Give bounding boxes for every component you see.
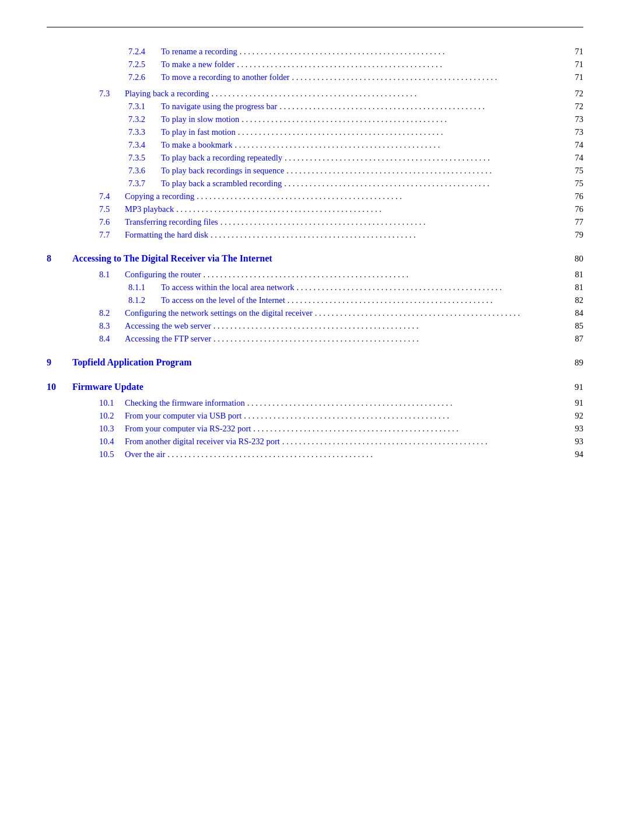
toc-page: 87 <box>566 334 583 344</box>
toc-dots: . . . . . . . . . . . . . . . . . . . . … <box>237 60 566 69</box>
toc-container: 7.2.4To rename a recording . . . . . . .… <box>47 45 583 461</box>
toc-label: Copying a recording <box>125 191 194 201</box>
toc-row: 8.3Accessing the web server . . . . . . … <box>47 319 583 332</box>
toc-num: 8.1.2 <box>128 295 161 305</box>
toc-page: 76 <box>566 191 583 201</box>
toc-dots: . . . . . . . . . . . . . . . . . . . . … <box>235 140 566 150</box>
toc-label: To play back a scrambled recording <box>161 179 282 189</box>
toc-label: To navigate using the progress bar <box>161 102 277 111</box>
toc-page: 92 <box>566 411 583 421</box>
section-page: 80 <box>566 254 583 264</box>
toc-num: 7.3.4 <box>128 140 161 150</box>
toc-num: 10.5 <box>99 449 125 459</box>
toc-num: 8.4 <box>99 334 125 344</box>
toc-num: 7.3 <box>99 89 125 99</box>
toc-label: Configuring the network settings on the … <box>125 308 313 318</box>
toc-page: 76 <box>566 204 583 214</box>
toc-page: 74 <box>566 153 583 163</box>
toc-page: 81 <box>566 270 583 280</box>
toc-dots: . . . . . . . . . . . . . . . . . . . . … <box>292 72 566 82</box>
toc-dots: . . . . . . . . . . . . . . . . . . . . … <box>242 114 566 124</box>
section-page: 89 <box>566 358 583 368</box>
toc-dots: . . . . . . . . . . . . . . . . . . . . … <box>279 102 566 111</box>
toc-row: 8.1Configuring the router . . . . . . . … <box>47 268 583 281</box>
toc-num: 7.3.3 <box>128 127 161 137</box>
toc-num: 7.3.2 <box>128 114 161 124</box>
toc-dots: . . . . . . . . . . . . . . . . . . . . … <box>212 89 566 99</box>
toc-row: 10.5Over the air . . . . . . . . . . . .… <box>47 448 583 461</box>
toc-dots: . . . . . . . . . . . . . . . . . . . . … <box>296 283 566 292</box>
toc-page: 73 <box>566 127 583 137</box>
toc-page: 71 <box>566 47 583 57</box>
toc-page: 71 <box>566 72 583 82</box>
toc-row: 7.3Playing back a recording . . . . . . … <box>47 87 583 100</box>
toc-row: 7.2.4To rename a recording . . . . . . .… <box>47 45 583 58</box>
toc-page: 75 <box>566 166 583 176</box>
toc-dots: . . . . . . . . . . . . . . . . . . . . … <box>214 334 566 344</box>
toc-row: 7.3.6To play back recordings in sequence… <box>47 164 583 177</box>
toc-row: 7.3.7To play back a scrambled recording … <box>47 177 583 190</box>
page-header <box>47 23 583 27</box>
toc-dots: . . . . . . . . . . . . . . . . . . . . … <box>315 308 566 318</box>
toc-dots: . . . . . . . . . . . . . . . . . . . . … <box>244 411 566 421</box>
section-num: 9 <box>47 357 72 368</box>
section-heading-row: 8Accessing to The Digital Receiver via T… <box>47 252 583 266</box>
toc-num: 7.2.4 <box>128 47 161 57</box>
toc-page: 85 <box>566 321 583 331</box>
toc-row: 8.2Configuring the network settings on t… <box>47 306 583 319</box>
toc-dots: . . . . . . . . . . . . . . . . . . . . … <box>176 204 566 214</box>
toc-num: 7.2.5 <box>128 60 161 69</box>
toc-row: 10.1Checking the firmware information . … <box>47 396 583 409</box>
toc-num: 8.1.1 <box>128 283 161 292</box>
toc-num: 7.7 <box>99 230 125 240</box>
toc-dots: . . . . . . . . . . . . . . . . . . . . … <box>214 321 566 331</box>
toc-row: 7.5MP3 playback . . . . . . . . . . . . … <box>47 203 583 215</box>
toc-page: 94 <box>566 449 583 459</box>
section-heading-row: 9Topfield Application Program89 <box>47 355 583 370</box>
toc-label: From your computer via RS-232 port <box>125 424 251 434</box>
toc-page: 93 <box>566 424 583 434</box>
toc-row: 7.3.5To play back a recording repeatedly… <box>47 151 583 164</box>
toc-label: To make a new folder <box>161 60 235 69</box>
toc-num: 7.3.7 <box>128 179 161 189</box>
toc-dots: . . . . . . . . . . . . . . . . . . . . … <box>203 270 566 280</box>
toc-num: 7.3.1 <box>128 102 161 111</box>
toc-label: From your computer via USB port <box>125 411 242 421</box>
toc-label: Playing back a recording <box>125 89 209 99</box>
toc-num: 7.3.5 <box>128 153 161 163</box>
toc-label: MP3 playback <box>125 204 174 214</box>
toc-dots: . . . . . . . . . . . . . . . . . . . . … <box>211 230 566 240</box>
toc-label: Accessing the FTP server <box>125 334 211 344</box>
toc-label: To play back recordings in sequence <box>161 166 284 176</box>
toc-num: 10.4 <box>99 437 125 447</box>
toc-dots: . . . . . . . . . . . . . . . . . . . . … <box>288 295 566 305</box>
toc-label: To access on the level of the Internet <box>161 295 285 305</box>
toc-row: 7.7Formatting the hard disk . . . . . . … <box>47 228 583 241</box>
toc-dots: . . . . . . . . . . . . . . . . . . . . … <box>240 47 566 57</box>
toc-page: 81 <box>566 283 583 292</box>
toc-num: 8.3 <box>99 321 125 331</box>
toc-num: 7.3.6 <box>128 166 161 176</box>
toc-label: To play in fast motion <box>161 127 236 137</box>
toc-row: 7.3.1To navigate using the progress bar … <box>47 100 583 113</box>
toc-num: 10.3 <box>99 424 125 434</box>
toc-dots: . . . . . . . . . . . . . . . . . . . . … <box>238 127 566 137</box>
toc-row: 10.4From another digital receiver via RS… <box>47 435 583 448</box>
toc-num: 10.1 <box>99 398 125 408</box>
toc-label: To access within the local area network <box>161 283 294 292</box>
toc-page: 77 <box>566 217 583 227</box>
toc-page: 75 <box>566 179 583 189</box>
toc-row: 10.2From your computer via USB port . . … <box>47 409 583 422</box>
toc-dots: . . . . . . . . . . . . . . . . . . . . … <box>285 153 566 163</box>
section-heading-row: 10Firmware Update91 <box>47 380 583 394</box>
toc-dots: . . . . . . . . . . . . . . . . . . . . … <box>282 437 566 447</box>
toc-label: From another digital receiver via RS-232… <box>125 437 280 447</box>
toc-dots: . . . . . . . . . . . . . . . . . . . . … <box>247 398 566 408</box>
toc-row: 7.6Transferring recording files . . . . … <box>47 215 583 228</box>
toc-page: 71 <box>566 60 583 69</box>
toc-dots: . . . . . . . . . . . . . . . . . . . . … <box>167 449 566 459</box>
toc-page: 82 <box>566 295 583 305</box>
toc-dots: . . . . . . . . . . . . . . . . . . . . … <box>220 217 566 227</box>
toc-page: 79 <box>566 230 583 240</box>
toc-label: Formatting the hard disk <box>125 230 208 240</box>
